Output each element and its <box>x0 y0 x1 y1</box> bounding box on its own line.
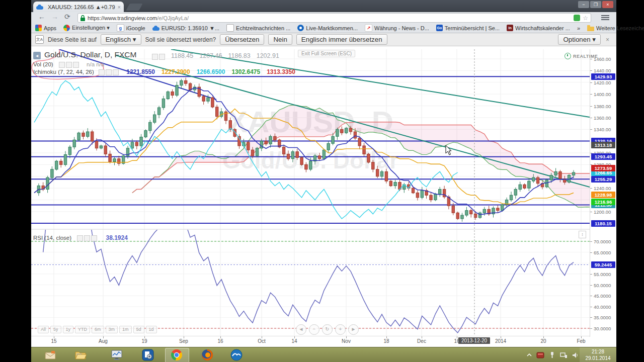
price-axis[interactable]: 1460.001440.001420.001400.001380.001360.… <box>590 49 616 337</box>
bookmark-item[interactable]: Live-Marktkommen... <box>297 25 358 31</box>
forward-button[interactable]: → <box>51 13 58 21</box>
firefox-taskbar-icon[interactable] <box>201 349 213 361</box>
rsi-indicator-row[interactable]: RSI (14, close) 38.1924 <box>33 234 128 241</box>
bookmark-item[interactable]: Einstellungen ▾ <box>63 25 110 31</box>
pane-resize-button[interactable]: ↕ <box>579 231 586 238</box>
extension-icon[interactable] <box>574 15 580 21</box>
infobar-close-icon[interactable]: × <box>606 36 609 43</box>
chart-app-taskbar-icon[interactable] <box>111 349 123 361</box>
bookmark-label: Live-Marktkommen... <box>306 25 358 31</box>
bookmark-label: Apps <box>44 25 56 31</box>
zoom-in-button[interactable]: + <box>335 324 346 335</box>
volume-indicator-row[interactable]: Vol (20) n/a n/a <box>33 61 104 68</box>
high-value: 1207.46 <box>199 52 222 59</box>
time-tick-label: Dec <box>407 338 437 344</box>
options-dropdown[interactable]: Optionen ▾ <box>558 34 601 45</box>
time-tick-label: Oct <box>247 338 277 344</box>
volume-values: n/a n/a <box>87 61 104 67</box>
tool-app-taskbar-icon[interactable] <box>142 349 154 361</box>
mail-taskbar-icon[interactable] <box>44 349 56 361</box>
bookmark-star-icon[interactable]: ☆ <box>583 15 588 22</box>
axis-tick-label: 55.0000 <box>594 272 611 277</box>
always-translate-button[interactable]: Englisch immer übersetzen <box>296 34 387 45</box>
bookmark-item[interactable]: EURUSD: 1.35910 ▼... <box>152 25 219 31</box>
time-tick-label: 15 <box>39 338 69 344</box>
time-tick-label: 16 <box>205 338 235 344</box>
ichimoku-label: Ichimoku (7, 22, 44, 26) <box>33 69 94 75</box>
price-label-badge: 1293.45 <box>591 153 615 160</box>
collapse-sidebar-icon[interactable]: ◂ <box>33 50 41 59</box>
bookmark-item[interactable]: InWirtschaftskalender ... <box>507 25 570 31</box>
new-tab-button[interactable] <box>126 4 142 11</box>
translate-infobar: 文A Diese Seite ist auf Englisch ▾ Soll s… <box>31 33 616 46</box>
chart-watermark-symbol: XAUUSD, D <box>31 105 590 139</box>
symbol-header-buttons[interactable] <box>152 52 166 61</box>
low-value: 1186.83 <box>228 52 250 59</box>
bookmark-item[interactable]: Apps <box>35 25 56 31</box>
range-button-6m[interactable]: 6m <box>92 326 104 333</box>
time-axis[interactable]: 15Aug19Sep16Oct14Nov18Dec16201420Feb2013… <box>31 336 590 347</box>
realtime-clock-icon <box>565 53 571 59</box>
taskbar-clock[interactable]: 21:28 29.01.2014 <box>580 347 616 362</box>
bookmarks-overflow[interactable]: » <box>577 25 580 31</box>
bookmark-item[interactable]: Echtzeitnachrichten ... <box>226 24 290 32</box>
chart-watermark-name: Gold/U.S. Dollar <box>31 147 590 174</box>
axis-tick-label: 35.0000 <box>594 315 611 320</box>
time-tick-label: 19 <box>129 338 159 344</box>
chart-symbol-title[interactable]: Gold/U.S. Dollar, D, FXCM <box>44 50 136 59</box>
speaker-icon[interactable] <box>572 352 579 358</box>
openoffice-taskbar-icon[interactable] <box>230 349 243 361</box>
bookmark-label: Wirtschaftskalender ... <box>515 25 570 31</box>
windows-taskbar: 21:28 29.01.2014 <box>31 347 616 362</box>
clock-time: 21:28 <box>580 348 616 355</box>
network-icon[interactable] <box>560 352 568 358</box>
price-label-badge: 1255.29 <box>591 176 615 183</box>
bookmark-label: Währung - News - D... <box>374 25 429 31</box>
back-button[interactable]: ← <box>38 13 45 21</box>
address-bar[interactable]: https://www.tradingview.com/e/QJjqAyLa/ … <box>77 13 591 23</box>
exit-fullscreen-button[interactable]: Exit Full Screen (ESC) <box>298 50 355 57</box>
range-button-all[interactable]: All <box>38 326 49 333</box>
explorer-taskbar-icon[interactable] <box>74 349 87 361</box>
range-button-1m[interactable]: 1m <box>119 326 132 333</box>
menu-icon[interactable] <box>601 14 609 21</box>
window-close-button[interactable]: × <box>602 1 613 8</box>
range-button-3m[interactable]: 3m <box>106 326 118 333</box>
bookmark-item[interactable]: GoTerminübersicht | Se... <box>436 25 500 31</box>
ichimoku-value: 1266.6500 <box>197 68 225 75</box>
window-maximize-button[interactable]: ❐ <box>590 1 601 8</box>
tray-chevron-icon[interactable] <box>527 353 532 357</box>
scroll-left-button[interactable]: ◄ <box>296 324 306 335</box>
power-plug-icon[interactable] <box>549 351 555 358</box>
no-button[interactable]: Nein <box>268 34 292 45</box>
bookmark-label: Echtzeitnachrichten ... <box>236 25 290 31</box>
browser-tab[interactable]: XAUUSD: 1266.65 ▲+0.79 × <box>33 2 124 12</box>
ichimoku-indicator-row[interactable]: Ichimoku (7, 22, 44, 26) 1221.85501227.2… <box>33 68 302 75</box>
axis-tick-label: 45.0000 <box>594 293 611 299</box>
range-button-ytd[interactable]: YTD <box>75 326 90 333</box>
scroll-right-button[interactable]: ► <box>348 324 359 335</box>
more-bookmarks[interactable]: Weitere Lesezeichen <box>587 25 644 31</box>
axis-tick-label: 1340.00 <box>594 127 611 132</box>
bookmark-item[interactable]: ↗Währung - News - D... <box>365 24 429 32</box>
language-dropdown[interactable]: Englisch ▾ <box>101 34 141 45</box>
reload-button[interactable]: ⟳ <box>64 13 70 21</box>
range-button-5y[interactable]: 5y <box>50 326 61 333</box>
axis-tick-label: 1360.00 <box>594 115 611 121</box>
system-tray <box>527 347 579 362</box>
range-button-1d[interactable]: 1d <box>146 326 157 333</box>
tray-red-app-icon[interactable] <box>536 351 544 358</box>
zoom-out-button[interactable]: − <box>309 324 319 335</box>
range-button-5d[interactable]: 5d <box>133 326 144 333</box>
rsi-label: RSI (14, close) <box>33 235 71 241</box>
arrow-icon: ↗ <box>365 24 372 32</box>
price-label-badge: 1180.15 <box>591 220 615 227</box>
window-minimize-button[interactable]: − <box>578 1 589 8</box>
translate-button[interactable]: Übersetzen <box>220 34 264 45</box>
browser-toolbar: ← → ⟳ https://www.tradingview.com/e/QJjq… <box>31 12 616 23</box>
range-button-1y[interactable]: 1y <box>63 326 74 333</box>
chrome-taskbar-icon[interactable] <box>171 349 183 361</box>
tab-close-icon[interactable]: × <box>118 4 121 10</box>
reset-view-button[interactable]: ↻ <box>322 324 333 335</box>
bookmark-item[interactable]: giGoogle <box>117 24 145 32</box>
